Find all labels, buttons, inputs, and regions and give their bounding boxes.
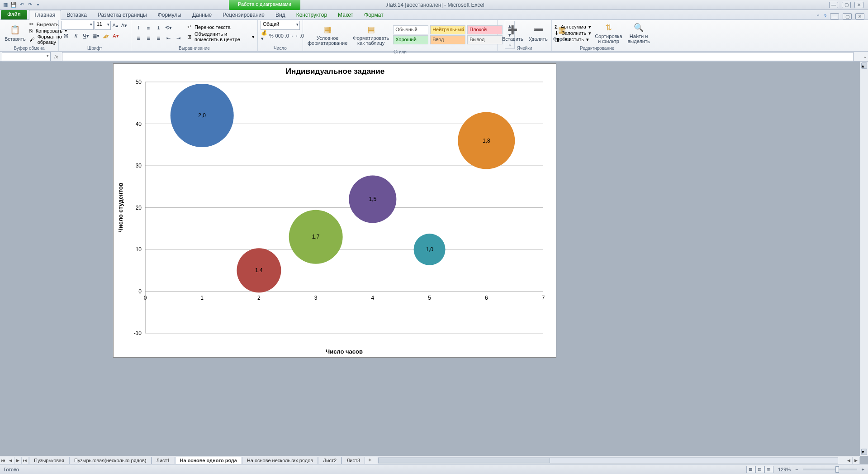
svg-text:1: 1 (200, 295, 204, 301)
align-left-icon[interactable]: ≣ (134, 34, 143, 43)
vertical-scrollbar[interactable]: ▴ ▾ (860, 62, 868, 456)
zoom-thumb[interactable] (835, 466, 839, 473)
fill-color-button[interactable]: ◢▾ (101, 31, 110, 40)
align-middle-icon[interactable]: ≡ (144, 24, 153, 33)
style-normal[interactable]: Обычный (393, 25, 428, 34)
align-bottom-icon[interactable]: ⤓ (154, 24, 163, 33)
tab-chart-format[interactable]: Формат (359, 10, 389, 19)
formula-expand-icon[interactable]: ⌄ (862, 53, 868, 59)
font-color-button[interactable]: A▾ (111, 31, 120, 40)
orientation-icon[interactable]: ⟲▾ (164, 24, 173, 33)
align-right-icon[interactable]: ≣ (154, 34, 163, 43)
align-center-icon[interactable]: ≣ (144, 34, 153, 43)
sheet-tab[interactable]: Пузырьковая (29, 457, 69, 464)
hscroll-thumb[interactable] (378, 458, 550, 463)
tab-home[interactable]: Главная (29, 10, 62, 20)
sheet-nav-last[interactable]: ⏭ (22, 457, 29, 464)
fill-button[interactable]: ⬇ Заполнить ▾ (555, 30, 591, 36)
tab-chart-layout[interactable]: Макет (332, 10, 359, 19)
redo-icon[interactable]: ↷ (26, 1, 33, 9)
hscroll-left-button[interactable]: ◀ (845, 457, 853, 464)
font-size-combo[interactable]: 11 (95, 21, 111, 30)
tab-review[interactable]: Рецензирование (217, 10, 270, 19)
comma-format-icon[interactable]: 000 (275, 31, 284, 40)
conditional-formatting-button[interactable]: ▦Условное форматирование (306, 23, 349, 47)
name-box[interactable] (2, 52, 51, 61)
sheet-tabs: ПузырьковаяПузырьковая(несколько рядов)Л… (29, 456, 365, 464)
decrease-indent-icon[interactable]: ⇤ (164, 34, 173, 43)
tab-data[interactable]: Данные (187, 10, 217, 19)
style-good[interactable]: Хороший (393, 35, 428, 44)
view-page-break-button[interactable]: ▥ (764, 466, 773, 473)
tab-view[interactable]: Вид (270, 10, 291, 19)
save-icon[interactable]: 💾 (10, 1, 17, 9)
increase-font-icon[interactable]: A▴ (112, 21, 119, 30)
align-top-icon[interactable]: ⤒ (134, 24, 143, 33)
scroll-up-button[interactable]: ▴ (861, 62, 867, 69)
percent-format-icon[interactable]: % (269, 31, 274, 40)
sheet-nav-prev[interactable]: ◀ (7, 457, 14, 464)
workbook-minimize-button[interactable]: — (830, 13, 839, 19)
clear-button[interactable]: ◨ Очистить ▾ (555, 37, 591, 43)
style-input[interactable]: Ввод (430, 35, 465, 44)
minimize-button[interactable]: — (829, 2, 838, 8)
fx-label[interactable]: fx (51, 54, 62, 59)
decrease-decimal-icon[interactable]: ←.0 (295, 31, 304, 40)
autosum-button[interactable]: Σ Автосумма ▾ (555, 24, 591, 30)
underline-button[interactable]: Ч▾ (81, 31, 90, 40)
sheet-tab[interactable]: Пузырьковая(несколько рядов) (69, 457, 151, 464)
workbook-close-button[interactable]: ✕ (855, 13, 864, 19)
qat-dropdown-icon[interactable]: ▾ (34, 1, 42, 9)
workbook-restore-button[interactable]: ▢ (843, 13, 852, 19)
zoom-out-button[interactable]: − (795, 467, 798, 472)
hscroll-right-button[interactable]: ▶ (853, 457, 860, 464)
close-button[interactable]: ✕ (854, 2, 863, 8)
minimize-ribbon-icon[interactable]: ⌃ (816, 14, 820, 19)
undo-icon[interactable]: ↶ (18, 1, 25, 9)
font-family-combo[interactable] (62, 21, 94, 30)
sheet-tab[interactable]: Лист2 (318, 457, 342, 464)
view-normal-button[interactable]: ▦ (746, 466, 755, 473)
svg-text:1,8: 1,8 (483, 138, 490, 144)
sort-filter-button[interactable]: ⇅Сортировка и фильтр (593, 21, 624, 45)
bubble-chart[interactable]: Индивидуальное задание-10010203040500123… (114, 64, 557, 358)
file-tab[interactable]: Файл (1, 10, 27, 19)
accounting-format-icon[interactable]: 💰▾ (261, 31, 268, 40)
sheet-tab[interactable]: На основе одного ряда (175, 457, 242, 464)
increase-indent-icon[interactable]: ⇥ (174, 34, 183, 43)
insert-cells-button[interactable]: ➕Вставить (500, 24, 525, 43)
tab-chart-design[interactable]: Конструктор (291, 10, 332, 19)
tab-formulas[interactable]: Формулы (152, 10, 187, 19)
view-buttons: ▦ ▤ ▥ (746, 466, 773, 473)
tab-insert[interactable]: Вставка (61, 10, 92, 19)
decrease-font-icon[interactable]: A▾ (120, 21, 128, 30)
bold-button[interactable]: Ж (62, 31, 71, 40)
help-icon[interactable]: ? (824, 14, 826, 19)
wrap-text-button[interactable]: ↵ Перенос текста (187, 24, 255, 30)
restore-button[interactable]: ▢ (842, 2, 851, 8)
sheet-tab[interactable]: На основе нескольких рядов (242, 457, 318, 464)
border-button[interactable]: ▦▾ (91, 31, 100, 40)
new-sheet-icon[interactable]: ✦ (365, 457, 374, 463)
delete-cells-button[interactable]: ➖Удалить (527, 24, 550, 43)
sheet-tab[interactable]: Лист3 (342, 457, 365, 464)
view-page-layout-button[interactable]: ▤ (755, 466, 764, 473)
tab-page-layout[interactable]: Разметка страницы (92, 10, 152, 19)
style-neutral[interactable]: Нейтральный (430, 25, 465, 34)
number-format-combo[interactable]: Общий (261, 21, 300, 30)
merge-center-button[interactable]: ⊞ Объединить и поместить в центре ▾ (187, 31, 255, 42)
increase-decimal-icon[interactable]: .0→ (285, 31, 294, 40)
zoom-level[interactable]: 129% (778, 467, 791, 472)
format-as-table-button[interactable]: ▤Форматировать как таблицу (351, 23, 391, 47)
chart-window[interactable]: Индивидуальное задание-10010203040500123… (113, 63, 556, 358)
scroll-down-button[interactable]: ▾ (861, 449, 867, 455)
paste-button[interactable]: 📋 Вставить (3, 24, 28, 43)
find-select-button[interactable]: 🔍Найти и выделить (626, 21, 652, 45)
sheet-nav-next[interactable]: ▶ (14, 457, 22, 464)
italic-button[interactable]: К (71, 31, 81, 40)
sheet-nav-first[interactable]: ⏮ (0, 457, 7, 464)
sheet-tab[interactable]: Лист1 (152, 457, 175, 464)
zoom-slider[interactable] (803, 469, 857, 470)
horizontal-scrollbar[interactable] (378, 457, 838, 464)
zoom-in-button[interactable]: + (862, 467, 864, 472)
